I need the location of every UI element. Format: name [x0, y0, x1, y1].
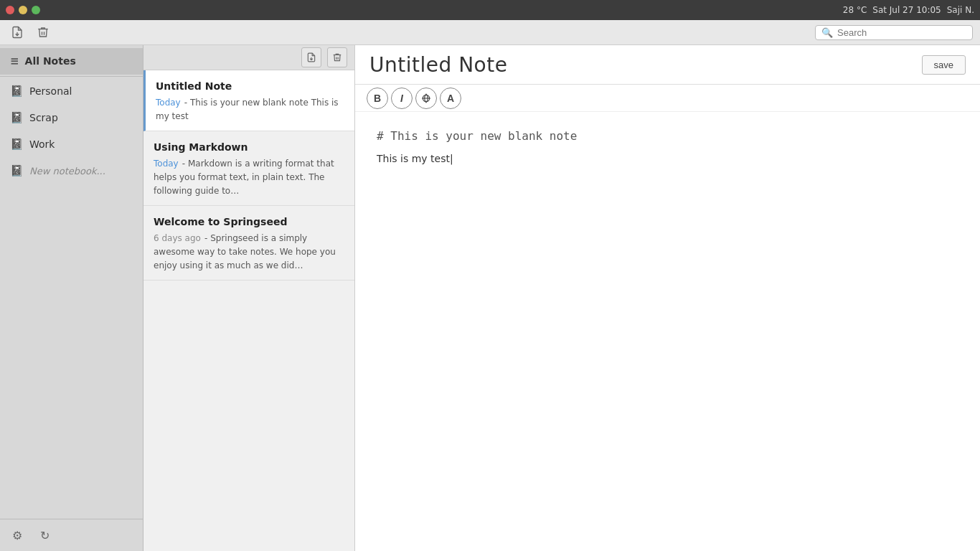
search-box[interactable]: 🔍 [815, 25, 973, 40]
weather-display: 28 °C [843, 5, 867, 15]
sidebar-item-personal[interactable]: 📓 Personal [0, 78, 143, 105]
system-bar: 28 °C Sat Jul 27 10:05 Saji N. [0, 0, 980, 20]
titlebar-left [7, 24, 53, 41]
all-notes-icon: ≡ [10, 55, 19, 67]
notes-list: Untitled Note Today - This is your new b… [143, 45, 355, 551]
save-button[interactable]: save [922, 55, 966, 75]
sidebar-item-scrap[interactable]: 📓 Scrap [0, 105, 143, 131]
note-item[interactable]: Untitled Note Today - This is your new b… [143, 70, 354, 131]
editor-header: Untitled Note save [355, 45, 980, 85]
note-title: Untitled Note [156, 80, 344, 92]
font-button[interactable]: A [440, 88, 461, 109]
note-date: 6 days ago [154, 233, 201, 243]
notes-list-header [143, 45, 354, 70]
app-titlebar: 🔍 [0, 20, 980, 45]
bold-button[interactable]: B [367, 88, 388, 109]
maximize-window-button[interactable] [32, 6, 40, 14]
content-body-text: This is my test [377, 153, 450, 164]
sidebar-item-new-notebook[interactable]: 📓 New notebook... [0, 158, 143, 184]
search-icon: 🔍 [821, 27, 833, 38]
notes-items: Untitled Note Today - This is your new b… [143, 70, 354, 551]
system-tray: 28 °C Sat Jul 27 10:05 Saji N. [843, 5, 974, 15]
sidebar-item-label: Scrap [29, 112, 58, 123]
note-title: Using Markdown [154, 141, 344, 153]
note-meta: 6 days ago - Springseed is a simply awes… [154, 230, 344, 271]
note-preview: - This is your new blank note This is my… [156, 98, 339, 121]
sidebar-item-label: Work [29, 138, 55, 150]
sidebar-divider-1 [0, 76, 143, 77]
sidebar-item-label: All Notes [25, 55, 76, 67]
editor-title: Untitled Note [369, 53, 507, 77]
note-item[interactable]: Welcome to Springseed 6 days ago - Sprin… [143, 206, 354, 281]
user-display: Saji N. [947, 5, 974, 15]
window-controls [6, 6, 40, 14]
sidebar: ≡ All Notes 📓 Personal 📓 Scrap 📓 Work [0, 45, 143, 551]
close-window-button[interactable] [6, 6, 14, 14]
note-preview: - Markdown is a writing format that help… [154, 159, 334, 196]
text-cursor [450, 153, 453, 164]
scrap-icon: 📓 [10, 111, 24, 124]
editor-toolbar: B I A [355, 85, 980, 112]
content-heading: # This is your new blank note [377, 129, 958, 143]
link-button[interactable] [415, 88, 437, 109]
settings-button[interactable]: ⚙ [7, 525, 27, 545]
sidebar-footer: ⚙ ↻ [0, 519, 143, 551]
editor-content[interactable]: # This is your new blank note This is my… [355, 112, 980, 551]
sidebar-item-label: Personal [29, 85, 72, 97]
search-input[interactable] [837, 27, 966, 38]
sync-button[interactable]: ↻ [34, 525, 55, 545]
note-meta: Today - Markdown is a writing format tha… [154, 156, 344, 197]
note-date: Today [154, 159, 179, 169]
titlebar-right: 🔍 [815, 25, 973, 40]
minimize-window-button[interactable] [19, 6, 27, 14]
note-title: Welcome to Springseed [154, 216, 344, 227]
datetime-display: Sat Jul 27 10:05 [872, 5, 941, 15]
export-button[interactable] [7, 24, 27, 41]
sidebar-item-all-notes[interactable]: ≡ All Notes [0, 48, 143, 75]
main-layout: ≡ All Notes 📓 Personal 📓 Scrap 📓 Work [0, 45, 980, 551]
note-item[interactable]: Using Markdown Today - Markdown is a wri… [143, 131, 354, 206]
delete-button[interactable] [33, 24, 53, 41]
app-window: 🔍 ≡ All Notes 📓 Personal 📓 Scrap [0, 20, 980, 551]
note-delete-button[interactable] [327, 47, 347, 67]
work-icon: 📓 [10, 138, 24, 151]
personal-icon: 📓 [10, 85, 24, 98]
note-meta: Today - This is your new blank note This… [156, 95, 344, 122]
content-body: This is my test [377, 153, 958, 164]
new-notebook-label: New notebook... [29, 166, 105, 176]
italic-button[interactable]: I [391, 88, 413, 109]
sidebar-item-work[interactable]: 📓 Work [0, 131, 143, 158]
note-date: Today [156, 98, 181, 108]
editor-area: Untitled Note save B I A # This is your … [355, 45, 980, 551]
sidebar-nav: ≡ All Notes 📓 Personal 📓 Scrap 📓 Work [0, 45, 143, 519]
new-notebook-icon: 📓 [10, 164, 24, 177]
note-export-button[interactable] [301, 47, 321, 67]
